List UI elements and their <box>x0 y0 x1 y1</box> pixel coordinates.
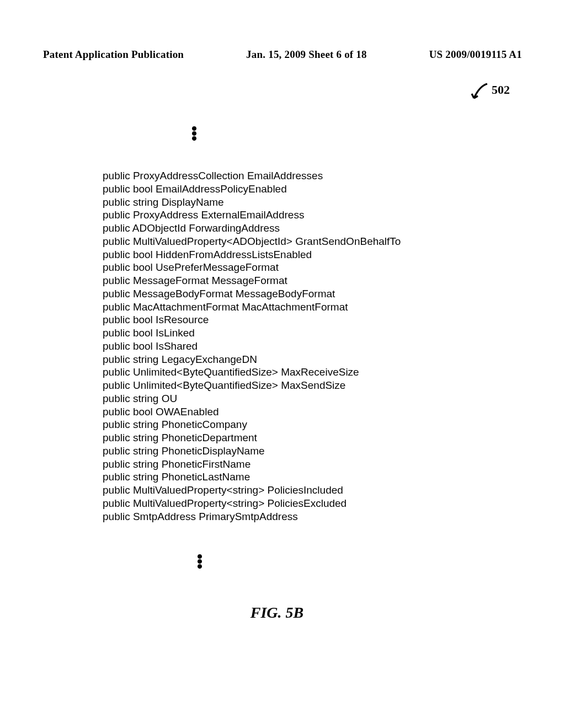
reference-number-text: 502 <box>492 83 510 97</box>
header-left: Patent Application Publication <box>43 49 184 61</box>
figure-reference-number: 502 <box>471 83 510 101</box>
leader-arrow-icon <box>471 83 488 101</box>
header-center: Jan. 15, 2009 Sheet 6 of 18 <box>246 49 367 61</box>
vertical-ellipsis-icon: ••• <box>0 126 434 141</box>
code-listing: public ProxyAddressCollection EmailAddre… <box>103 169 522 523</box>
page-header: Patent Application Publication Jan. 15, … <box>43 49 522 61</box>
header-right: US 2009/0019115 A1 <box>429 49 522 61</box>
figure-caption: FIG. 5B <box>38 604 516 622</box>
patent-page: Patent Application Publication Jan. 15, … <box>0 0 565 728</box>
vertical-ellipsis-icon: ••• <box>0 554 439 569</box>
